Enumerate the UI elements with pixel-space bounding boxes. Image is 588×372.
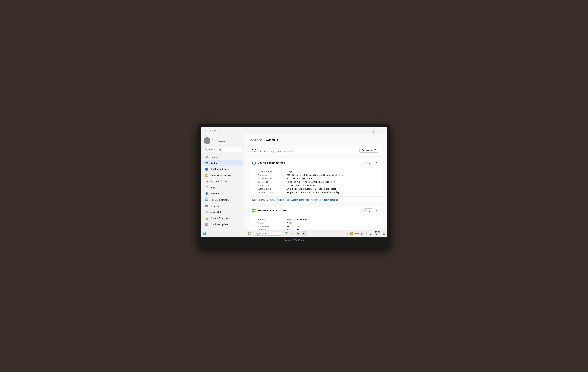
table-row: Edition Windows 11 Home (257, 218, 379, 221)
breadcrumb: System › About (249, 138, 382, 142)
sidebar-item-home[interactable]: 🏠 Home (202, 154, 243, 160)
spec-label-6: Pen and touch (257, 191, 284, 194)
rename-pc-button[interactable]: Rename this PC (359, 148, 379, 153)
device-specs-collapse-button[interactable]: ∧ (374, 160, 379, 165)
pc-info: cpcp VivoBook_ASUSLaptop X421IAY_M413IA (252, 148, 292, 153)
system-clock[interactable]: 11:36 16.12.2023 (369, 231, 381, 236)
update-icon: 🔄 (205, 223, 208, 226)
sidebar-item-apps[interactable]: 📋 Apps (202, 184, 243, 191)
file-explorer-icon[interactable]: 📁 (290, 231, 295, 236)
title-bar: ← Settings ─ □ ✕ (201, 127, 387, 134)
notification-icon[interactable]: 🔔 (382, 232, 386, 235)
close-button[interactable]: ✕ (377, 128, 385, 133)
svg-rect-2 (248, 234, 249, 235)
win-spec-label-1: Version (257, 222, 284, 224)
sidebar-item-network[interactable]: 📶 Network & internet (202, 172, 243, 178)
maximize-button[interactable]: □ (370, 128, 377, 133)
sidebar-item-accessibility[interactable]: ♿ Accessibility (202, 209, 243, 215)
minimize-button[interactable]: ─ (362, 128, 370, 133)
system-protection-link[interactable]: System protection (291, 199, 309, 201)
user-section: cp Local Account (201, 136, 244, 147)
spec-value-5: 64-bit operating system, x64-based proce… (287, 188, 379, 190)
task-view-icon[interactable]: 🗂️ (284, 231, 289, 236)
spec-label-0: Device name (257, 170, 284, 173)
username: cp (212, 138, 225, 141)
sidebar-item-bluetooth[interactable]: 🔵 Bluetooth & devices (202, 166, 243, 172)
windows-specs-header: Windows specifications Copy ∧ (249, 206, 382, 215)
wifi-icon[interactable]: 📶 (350, 232, 353, 235)
taskbar-search[interactable]: 🔍 Search (253, 232, 283, 236)
spec-value-0: cpcp (287, 170, 379, 173)
apps-icon: 📋 (205, 186, 208, 189)
spec-label-3: Device ID (257, 181, 284, 183)
search-box[interactable]: 🔍 (203, 147, 242, 152)
spec-label-2: Installed RAM (257, 177, 284, 180)
windows-specs-copy-button[interactable]: Copy (363, 209, 372, 213)
sidebar-item-personalization[interactable]: ✏️ Personalization (202, 178, 243, 184)
win-spec-value-3: 22631.2715 (287, 229, 379, 230)
sidebar-item-system[interactable]: 🖥️ System (202, 160, 243, 166)
volume-icon[interactable]: 🔊 (360, 232, 364, 235)
sidebar-label-personalization: Personalization (210, 180, 227, 183)
breadcrumb-parent: System (249, 138, 262, 142)
windows-specs-title-group: Windows specifications (252, 209, 288, 213)
win-spec-value-0: Windows 11 Home (287, 218, 379, 221)
browser-icon[interactable]: 🌐 (202, 231, 207, 236)
sidebar-label-apps: Apps (210, 186, 216, 189)
sidebar-label-gaming: Gaming (210, 205, 219, 207)
sidebar-label-time: Time & language (210, 199, 229, 201)
chevron-tray[interactable]: ∧ (346, 232, 349, 235)
pc-model: VivoBook_ASUSLaptop X421IAY_M413IA (252, 150, 292, 153)
personalization-icon: ✏️ (205, 180, 208, 183)
search-input[interactable] (209, 149, 240, 151)
start-button[interactable] (247, 231, 252, 236)
domain-workgroup-link[interactable]: Domain or workgroup (267, 199, 289, 201)
spec-value-4: 00326-10000-00000-AA011 (287, 184, 379, 187)
advanced-system-settings-link[interactable]: Advanced system settings (311, 199, 338, 201)
accessibility-icon: ♿ (205, 210, 208, 214)
taskbar-left: 🌐 (202, 231, 207, 236)
windows-specs-body: Edition Windows 11 Home Version 23H2 Ins… (249, 215, 382, 230)
window-title: Settings (210, 129, 218, 132)
firefox-icon[interactable]: 🦊 (296, 231, 301, 236)
device-specs-section: i Device specifications Copy ∧ Device na… (249, 158, 382, 203)
windows-specs-collapse-button[interactable]: ∧ (374, 208, 379, 213)
back-button[interactable]: ← (203, 128, 208, 133)
spec-value-2: 8,00 GB (7,42 GB usable) (287, 177, 379, 180)
sidebar-label-accounts: Accounts (210, 192, 220, 195)
device-specs-copy-button[interactable]: Copy (363, 160, 372, 165)
nav-list: 🏠 Home 🖥️ System 🔵 Bluetooth & devices 📶… (201, 154, 244, 227)
clock-time: 11:36 (370, 231, 380, 234)
related-links: Related links Domain or workgroup System… (249, 196, 382, 203)
sidebar-label-network: Network & internet (210, 174, 231, 177)
sidebar-label-accessibility: Accessibility (210, 211, 224, 213)
sidebar-label-privacy: Privacy & security (210, 217, 230, 219)
sidebar-item-privacy[interactable]: 🔒 Privacy & security (202, 215, 243, 221)
battery-icon[interactable]: 🔋 (365, 232, 368, 235)
time-icon: 🌐 (205, 198, 208, 201)
table-row: Product ID 00326-10000-00000-AA011 (257, 184, 379, 187)
sidebar-item-time[interactable]: 🌐 Time & language (202, 197, 243, 203)
related-links-label: Related links (252, 199, 265, 201)
spec-label-1: Processor (257, 174, 284, 176)
settings-taskbar-icon[interactable]: ⚙️ (302, 231, 306, 236)
language-icon[interactable]: ENG (354, 232, 360, 235)
table-row: Device name cpcp (257, 170, 379, 173)
table-row: Installed on 28.11.2023 (257, 225, 379, 228)
table-row: Processor AMD Ryzen 5 4500U with Radeon … (257, 173, 379, 177)
sidebar-item-update[interactable]: 🔄 Windows Update (202, 221, 243, 227)
svg-rect-1 (249, 232, 251, 234)
spec-value-6: No pen or touch input is available for t… (287, 191, 379, 194)
info-icon: i (252, 161, 256, 165)
user-info: cp Local Account (212, 138, 225, 143)
table-row: Pen and touch No pen or touch input is a… (257, 191, 379, 194)
win-spec-label-3: OS build (257, 229, 284, 230)
taskbar: 🌐 🔍 Search 🗂️ 📁 🦊 ⚙ (201, 230, 387, 237)
window-body: cp Local Account 🔍 🏠 Home 🖥️ System � (201, 134, 387, 230)
sidebar-item-accounts[interactable]: 👤 Accounts (202, 191, 243, 197)
sidebar-item-gaming[interactable]: 🎮 Gaming (202, 203, 243, 209)
win-spec-label-0: Edition (257, 218, 284, 221)
avatar (204, 137, 210, 144)
svg-rect-0 (248, 232, 249, 234)
sidebar-label-update: Windows Update (210, 223, 228, 225)
